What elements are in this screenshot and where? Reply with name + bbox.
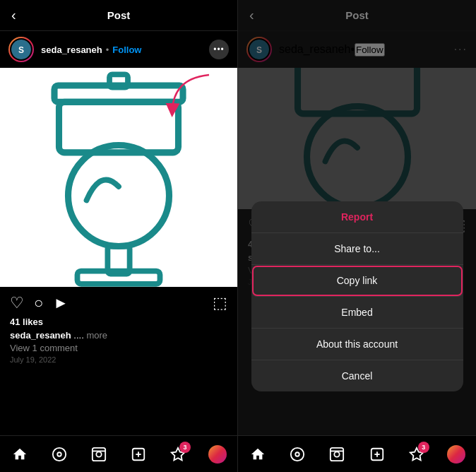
right-nav-profile[interactable]	[442, 440, 470, 468]
svg-point-25	[291, 447, 304, 460]
svg-text:S: S	[18, 45, 24, 55]
left-back-icon[interactable]: ‹	[11, 7, 16, 23]
left-nav-activity[interactable]: 3	[164, 440, 192, 468]
left-action-icons: ♡ ○ ► ⬚	[10, 294, 227, 312]
left-likes-count: 41 likes	[10, 317, 227, 327]
left-caption-user: seda_resaneh	[10, 330, 71, 341]
left-post-actions: ♡ ○ ► ⬚ 41 likes seda_resaneh .... more …	[0, 287, 237, 372]
share-to-menu-item[interactable]: Share to...	[251, 233, 463, 265]
svg-point-16	[53, 447, 66, 460]
svg-point-17	[57, 452, 61, 456]
left-more-text[interactable]: more	[86, 330, 107, 341]
right-nav-add[interactable]	[363, 440, 391, 468]
cancel-menu-item[interactable]: Cancel	[251, 360, 463, 391]
right-nav-explore[interactable]	[283, 440, 311, 468]
left-avatar-wrapper: S	[8, 37, 34, 62]
right-nav-home[interactable]	[244, 440, 272, 468]
dropdown-overlay: Report Share to... Copy link Embed About…	[238, 0, 476, 435]
left-more-icon: •••	[213, 45, 225, 54]
right-nav-badge: 3	[418, 442, 429, 453]
left-nav-badge: 3	[179, 442, 191, 453]
left-panel: ‹ Post S seda_resaneh • Follow •••	[0, 0, 238, 435]
right-bottom-nav: 3	[238, 436, 476, 472]
right-nav-reels[interactable]	[323, 440, 351, 468]
left-username: seda_resaneh	[41, 45, 102, 55]
left-top-nav: ‹ Post	[0, 0, 237, 31]
left-nav-title: Post	[107, 9, 131, 21]
bottom-nav-bar: 3 3	[0, 435, 476, 472]
svg-rect-3	[109, 74, 128, 87]
left-view-comments[interactable]: View 1 comment	[10, 343, 227, 353]
left-nav-profile-avatar	[208, 445, 227, 464]
left-avatar: S	[10, 38, 32, 61]
left-nav-explore[interactable]	[45, 440, 73, 468]
svg-rect-18	[93, 447, 105, 460]
about-account-menu-item[interactable]: About this account	[251, 329, 463, 360]
right-panel: ‹ Post S seda_resaneh • Follow ···	[238, 0, 476, 435]
share-icon[interactable]: ►	[53, 294, 69, 312]
svg-point-26	[295, 452, 299, 456]
svg-point-28	[335, 452, 340, 456]
svg-rect-7	[78, 271, 160, 284]
left-caption: seda_resaneh .... more	[10, 330, 227, 341]
left-post-image	[0, 68, 237, 287]
svg-point-5	[69, 146, 169, 247]
left-post-date: July 19, 2022	[10, 355, 227, 364]
left-caption-text: ....	[73, 330, 86, 341]
left-post-header: S seda_resaneh • Follow •••	[0, 31, 237, 68]
left-nav-profile[interactable]	[203, 440, 232, 468]
left-more-button[interactable]: •••	[209, 40, 229, 59]
bookmark-icon[interactable]: ⬚	[213, 294, 227, 312]
left-nav-add[interactable]	[124, 440, 153, 468]
left-nav-home[interactable]	[6, 440, 34, 468]
left-bottom-nav: 3	[0, 436, 238, 472]
comment-icon[interactable]: ○	[34, 294, 43, 312]
dropdown-menu: Report Share to... Copy link Embed About…	[251, 201, 463, 391]
left-dot: •	[106, 45, 109, 55]
right-nav-activity[interactable]: 3	[403, 440, 431, 468]
like-icon[interactable]: ♡	[10, 294, 24, 312]
left-nav-reels[interactable]	[85, 440, 113, 468]
report-menu-item[interactable]: Report	[251, 201, 463, 233]
svg-point-19	[96, 452, 101, 456]
left-follow-button[interactable]: Follow	[112, 45, 141, 55]
right-nav-profile-avatar	[447, 445, 465, 464]
copy-link-menu-item[interactable]: Copy link	[251, 265, 463, 297]
svg-rect-27	[331, 447, 343, 460]
embed-menu-item[interactable]: Embed	[251, 297, 463, 329]
